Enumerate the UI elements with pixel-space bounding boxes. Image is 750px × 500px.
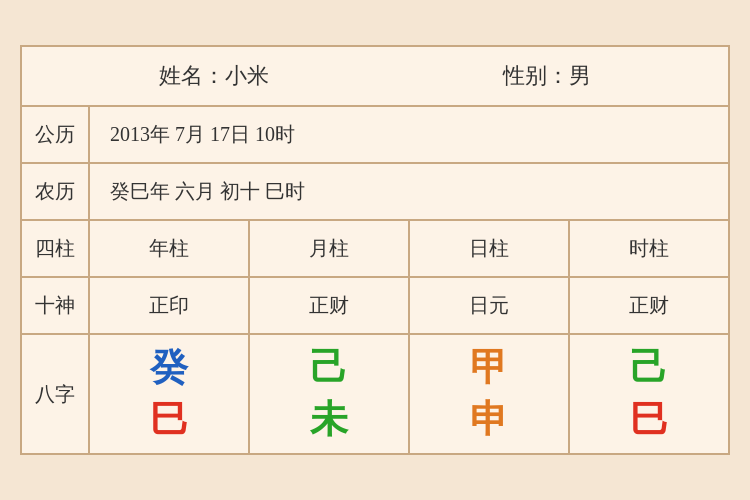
bazi-hour-top: 己 <box>630 345 668 391</box>
bazi-month-bottom: 未 <box>310 397 348 443</box>
solar-value: 2013年 7月 17日 10时 <box>90 107 728 162</box>
lunar-value: 癸巳年 六月 初十 巳时 <box>90 164 728 219</box>
solar-row: 公历 2013年 7月 17日 10时 <box>22 107 728 164</box>
pillar-hour: 时柱 <box>570 221 728 276</box>
lunar-label: 农历 <box>22 164 90 219</box>
bazi-month-top: 己 <box>310 345 348 391</box>
bazi-year-cell: 癸 巳 <box>90 335 250 452</box>
pillars-row: 四柱 年柱 月柱 日柱 时柱 <box>22 221 728 278</box>
bazi-hour-cell: 己 巳 <box>570 335 728 452</box>
bazi-month-cell: 己 未 <box>250 335 410 452</box>
shishen-month: 正财 <box>250 278 410 333</box>
bazi-label: 八字 <box>22 335 90 452</box>
shishen-label: 十神 <box>22 278 90 333</box>
shishen-year: 正印 <box>90 278 250 333</box>
shishen-row: 十神 正印 正财 日元 正财 <box>22 278 728 335</box>
bazi-cells: 癸 巳 己 未 甲 申 己 巳 <box>90 335 728 452</box>
pillar-day: 日柱 <box>410 221 570 276</box>
bazi-hour-bottom: 巳 <box>630 397 668 443</box>
name-label: 姓名：小米 <box>159 61 269 91</box>
main-container: 姓名：小米 性别：男 公历 2013年 7月 17日 10时 农历 癸巳年 六月… <box>20 45 730 454</box>
shishen-hour: 正财 <box>570 278 728 333</box>
pillars-label: 四柱 <box>22 221 90 276</box>
bazi-day-top: 甲 <box>470 345 508 391</box>
header-row: 姓名：小米 性别：男 <box>22 47 728 107</box>
pillar-month: 月柱 <box>250 221 410 276</box>
bazi-year-top: 癸 <box>150 345 188 391</box>
solar-label: 公历 <box>22 107 90 162</box>
bazi-day-cell: 甲 申 <box>410 335 570 452</box>
gender-label: 性别：男 <box>503 61 591 91</box>
pillar-year: 年柱 <box>90 221 250 276</box>
bazi-day-bottom: 申 <box>470 397 508 443</box>
lunar-row: 农历 癸巳年 六月 初十 巳时 <box>22 164 728 221</box>
bazi-row: 八字 癸 巳 己 未 甲 申 己 巳 <box>22 335 728 452</box>
shishen-day: 日元 <box>410 278 570 333</box>
bazi-year-bottom: 巳 <box>150 397 188 443</box>
